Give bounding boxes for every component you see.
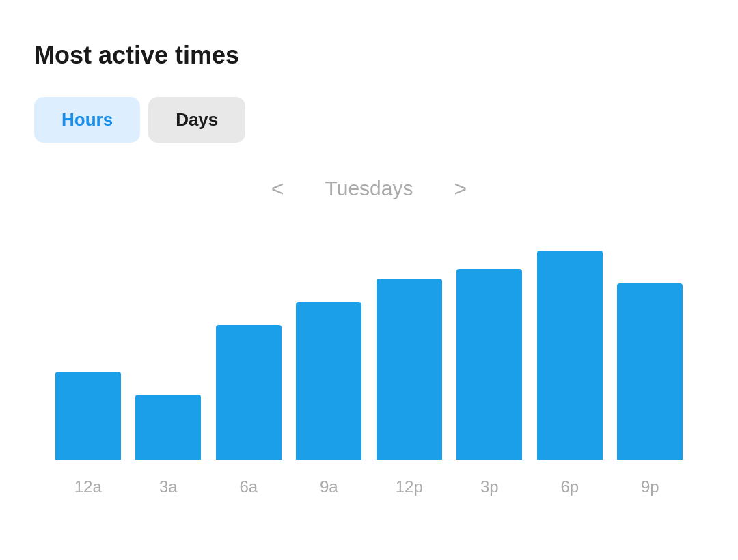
x-axis-label: 6p <box>530 471 610 496</box>
bar <box>135 395 201 460</box>
bar-group <box>369 279 450 460</box>
current-day-label: Tuesdays <box>325 177 413 200</box>
bar <box>216 325 282 460</box>
bar-group <box>48 372 128 460</box>
bar <box>617 283 683 460</box>
bar-group <box>450 269 530 460</box>
x-axis-label: 6a <box>208 471 289 496</box>
page-title: Most active times <box>34 41 704 70</box>
bar-group <box>208 325 289 460</box>
bar-group <box>610 283 691 460</box>
bar <box>537 251 603 460</box>
x-axis-label: 12a <box>48 471 128 496</box>
hours-toggle-button[interactable]: Hours <box>34 97 140 143</box>
x-axis-label: 9a <box>289 471 370 496</box>
bar <box>456 269 522 460</box>
day-selector: < Tuesdays > <box>34 177 704 200</box>
bar-group <box>128 395 209 460</box>
bar-chart <box>34 227 704 460</box>
x-axis-label: 3a <box>128 471 209 496</box>
x-axis-label: 9p <box>610 471 691 496</box>
bar-group <box>289 302 370 460</box>
toggle-group: Hours Days <box>34 97 704 143</box>
bar <box>377 279 442 460</box>
days-toggle-button[interactable]: Days <box>148 97 245 143</box>
bar-group <box>530 251 610 460</box>
next-day-button[interactable]: > <box>454 178 467 199</box>
x-axis: 12a3a6a9a12p3p6p9p <box>34 471 704 496</box>
prev-day-button[interactable]: < <box>271 178 284 199</box>
bar <box>55 372 121 460</box>
bar <box>296 302 361 460</box>
x-axis-label: 3p <box>450 471 530 496</box>
x-axis-label: 12p <box>369 471 450 496</box>
